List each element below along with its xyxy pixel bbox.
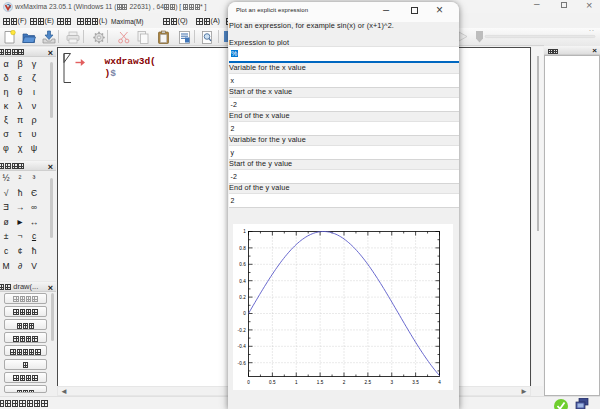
svg-text:0.2: 0.2 — [239, 295, 246, 300]
svg-text:3: 3 — [390, 380, 393, 385]
svg-text:1.5: 1.5 — [317, 380, 324, 385]
svg-text:-0.2: -0.2 — [238, 328, 247, 333]
svg-text:2.5: 2.5 — [365, 380, 372, 385]
svg-text:4: 4 — [438, 380, 441, 385]
svg-text:1: 1 — [295, 380, 298, 385]
svg-text:-0.6: -0.6 — [238, 361, 247, 366]
svg-text:2: 2 — [343, 380, 346, 385]
svg-text:0.6: 0.6 — [239, 262, 246, 267]
svg-text:0.4: 0.4 — [239, 279, 246, 284]
svg-text:3.5: 3.5 — [412, 380, 419, 385]
svg-text:0: 0 — [243, 311, 246, 316]
svg-text:0.5: 0.5 — [269, 380, 276, 385]
svg-text:-0.4: -0.4 — [238, 344, 247, 349]
svg-text:0: 0 — [247, 380, 250, 385]
svg-text:0.8: 0.8 — [239, 246, 246, 251]
svg-text:1: 1 — [243, 229, 246, 234]
